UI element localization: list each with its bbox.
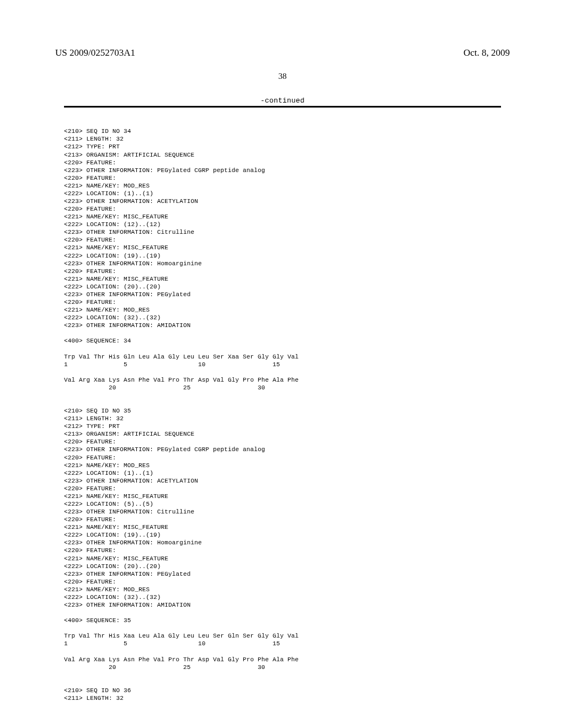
continued-header: -continued <box>64 97 501 108</box>
publication-number: US 2009/0252703A1 <box>55 47 135 58</box>
page-container: US 2009/0252703A1 Oct. 8, 2009 38 -conti… <box>0 0 565 724</box>
sequence-listing-block: <210> SEQ ID NO 34 <211> LENGTH: 32 <212… <box>64 120 501 702</box>
separator-line <box>64 106 501 108</box>
page-header: US 2009/0252703A1 Oct. 8, 2009 <box>55 47 510 58</box>
publication-date: Oct. 8, 2009 <box>463 47 510 58</box>
page-number: 38 <box>55 72 510 81</box>
continued-label: -continued <box>64 97 501 105</box>
